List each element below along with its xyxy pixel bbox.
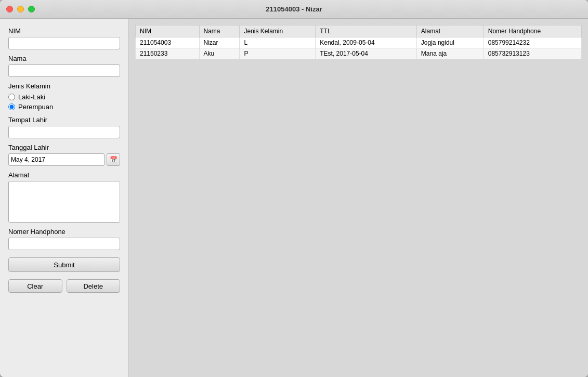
calendar-icon: 📅 [110, 156, 117, 163]
table-cell: 085799214232 [484, 37, 581, 48]
nomer-handphone-input[interactable] [8, 238, 120, 250]
nim-group: NIM [8, 27, 120, 49]
minimize-button[interactable] [17, 6, 24, 12]
calendar-button[interactable]: 📅 [107, 153, 120, 166]
main-panel: NIM Nama Jenis Kelamin TTL Alamat Nomer … [129, 19, 588, 377]
nomer-handphone-group: Nomer Handphone [8, 228, 120, 250]
main-window: 211054003 - Nizar NIM Nama Jenis Kelamin [0, 0, 588, 377]
nim-label: NIM [8, 27, 120, 35]
table-row[interactable]: 211054003NizarLKendal, 2009-05-04Jogja n… [136, 37, 582, 48]
perempuan-radio-item[interactable]: Perempuan [8, 103, 120, 111]
perempuan-radio-label: Perempuan [18, 103, 53, 111]
submit-button[interactable]: Submit [8, 257, 120, 272]
col-nim: NIM [136, 25, 200, 37]
titlebar: 211054003 - Nizar [0, 0, 588, 19]
radio-group: Laki-Laki Perempuan [8, 93, 120, 111]
data-table: NIM Nama Jenis Kelamin TTL Alamat Nomer … [135, 25, 582, 59]
maximize-button[interactable] [28, 6, 35, 12]
perempuan-radio[interactable] [8, 103, 15, 110]
table-cell: Nizar [199, 37, 240, 48]
tanggal-lahir-group: Tanggal Lahir 📅 [8, 144, 120, 166]
sidebar-form: NIM Nama Jenis Kelamin Laki-Laki [0, 19, 129, 377]
date-input-row: 📅 [8, 153, 120, 166]
tempat-lahir-label: Tempat Lahir [8, 116, 120, 124]
table-cell: 211054003 [136, 37, 200, 48]
tanggal-lahir-input[interactable] [8, 153, 104, 166]
laki-laki-radio-label: Laki-Laki [18, 93, 45, 101]
col-nama: Nama [199, 25, 240, 37]
window-title: 211054003 - Nizar [266, 5, 322, 13]
content-area: NIM Nama Jenis Kelamin Laki-Laki [0, 19, 588, 377]
table-cell: Mana aja [416, 48, 484, 59]
alamat-group: Alamat [8, 171, 120, 223]
jenis-kelamin-group: Jenis Kelamin Laki-Laki Perempuan [8, 82, 120, 111]
table-cell: L [240, 37, 316, 48]
laki-laki-radio[interactable] [8, 94, 15, 100]
clear-button[interactable]: Clear [8, 279, 62, 293]
table-body: 211054003NizarLKendal, 2009-05-04Jogja n… [136, 37, 582, 59]
col-nomer-handphone: Nomer Handphone [484, 25, 581, 37]
table-cell: 085732913123 [484, 48, 581, 59]
tanggal-lahir-label: Tanggal Lahir [8, 144, 120, 151]
jenis-kelamin-label: Jenis Kelamin [8, 82, 120, 90]
table-cell: P [240, 48, 316, 59]
table-row[interactable]: 21150233AkuPTEst, 2017-05-04Mana aja0857… [136, 48, 582, 59]
table-header-row: NIM Nama Jenis Kelamin TTL Alamat Nomer … [136, 25, 582, 37]
nama-input[interactable] [8, 64, 120, 77]
close-button[interactable] [6, 6, 13, 12]
col-ttl: TTL [316, 25, 417, 37]
col-alamat: Alamat [416, 25, 484, 37]
table-header: NIM Nama Jenis Kelamin TTL Alamat Nomer … [136, 25, 582, 37]
laki-laki-radio-item[interactable]: Laki-Laki [8, 93, 120, 101]
alamat-textarea-wrapper[interactable] [8, 181, 120, 223]
tempat-lahir-input[interactable] [8, 126, 120, 138]
delete-button[interactable]: Delete [67, 279, 121, 293]
table-cell: Kendal, 2009-05-04 [316, 37, 417, 48]
col-jenis-kelamin: Jenis Kelamin [240, 25, 316, 37]
nama-group: Nama [8, 55, 120, 77]
nomer-handphone-label: Nomer Handphone [8, 228, 120, 236]
alamat-label: Alamat [8, 171, 120, 179]
nama-label: Nama [8, 55, 120, 62]
table-cell: Aku [199, 48, 240, 59]
bottom-buttons: Clear Delete [8, 279, 120, 293]
alamat-textarea[interactable] [9, 181, 120, 222]
traffic-lights [6, 6, 35, 12]
tempat-lahir-group: Tempat Lahir [8, 116, 120, 138]
table-cell: Jogja ngidul [416, 37, 484, 48]
table-cell: TEst, 2017-05-04 [316, 48, 417, 59]
table-cell: 21150233 [136, 48, 200, 59]
nim-input[interactable] [8, 37, 120, 49]
